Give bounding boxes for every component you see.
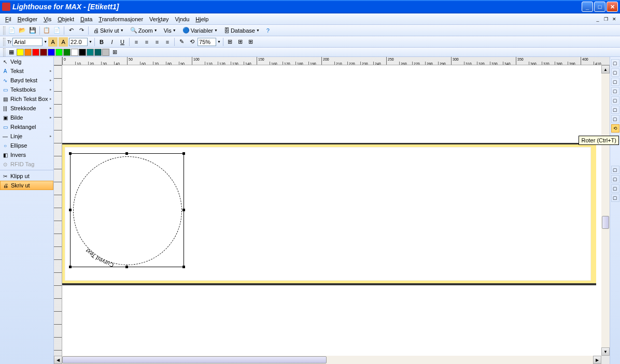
undo-button[interactable]: ↶ — [66, 26, 76, 35]
italic-button[interactable]: I — [107, 37, 117, 47]
scroll-right-button[interactable]: ▶ — [593, 356, 601, 364]
tool-ellipse[interactable]: ○Ellipse — [0, 141, 53, 150]
grid-b-button[interactable]: ⊞ — [236, 37, 245, 47]
tool-print[interactable]: 🖨Skriv ut — [0, 181, 53, 190]
palette-more-button[interactable]: ⊞ — [110, 48, 119, 57]
menu-fil[interactable]: Fil — [2, 15, 15, 23]
paste-button[interactable]: 📄 — [52, 26, 62, 35]
menu-data[interactable]: Data — [77, 15, 95, 23]
scroll-left-button[interactable]: ◀ — [54, 356, 62, 364]
dock-btn-12[interactable]: ▢ — [611, 194, 619, 202]
color-gray[interactable] — [102, 49, 109, 56]
menu-transformasjoner[interactable]: Transformasjoner — [95, 15, 146, 23]
underline-button[interactable]: U — [118, 37, 127, 47]
align-right-button[interactable]: ≡ — [152, 37, 162, 47]
color-white[interactable] — [71, 49, 78, 56]
grip[interactable] — [3, 48, 5, 56]
view-dropdown[interactable]: Vis ▼ — [161, 26, 179, 35]
tool-barcode[interactable]: |||Strekkode▸ — [0, 104, 53, 113]
color-dteal[interactable] — [94, 49, 102, 56]
dock-btn-10[interactable]: ▢ — [611, 175, 619, 183]
maximize-button[interactable]: □ — [594, 2, 605, 12]
font-dec-button[interactable]: A — [48, 37, 58, 47]
ruler-horizontal[interactable]: 0102030405060708090100110120130140150160… — [62, 57, 610, 65]
copy-button[interactable]: 📋 — [42, 26, 51, 35]
menu-hjelp[interactable]: Hjelp — [192, 15, 212, 23]
scroll-thumb-v[interactable] — [602, 216, 609, 229]
mdi-restore[interactable]: ❐ — [602, 16, 610, 23]
color-orange[interactable] — [24, 49, 32, 56]
tool-rectangle[interactable]: ▭Rektangel — [0, 122, 53, 132]
bold-button[interactable]: B — [97, 37, 106, 47]
dropdown-icon[interactable]: ▼ — [89, 40, 92, 43]
tool-select[interactable]: ↖Velg — [0, 57, 53, 66]
tool-b-button[interactable]: ⟲ — [187, 37, 196, 47]
ruler-vertical[interactable] — [54, 65, 62, 356]
color-blue[interactable] — [48, 49, 55, 56]
menu-vindu[interactable]: Vindu — [172, 15, 192, 23]
size-input[interactable] — [69, 38, 88, 46]
grid-c-button[interactable]: ⊞ — [246, 37, 256, 47]
mdi-close[interactable]: ✕ — [611, 16, 618, 23]
scroll-track-h[interactable] — [62, 356, 593, 364]
font-select[interactable] — [12, 38, 43, 46]
selection-box[interactable]: Curved Text — [70, 153, 184, 267]
scroll-up-button[interactable]: ▲ — [601, 65, 610, 74]
dock-btn-1[interactable]: ▢ — [611, 59, 619, 67]
close-button[interactable]: ✕ — [607, 2, 618, 12]
open-button[interactable]: 📂 — [18, 26, 27, 35]
menu-verktoy[interactable]: Verktøy — [146, 15, 172, 23]
color-green[interactable] — [55, 49, 63, 56]
color-darkred[interactable] — [40, 49, 47, 56]
color-teal[interactable] — [87, 49, 94, 56]
minimize-button[interactable]: _ — [582, 2, 593, 12]
save-button[interactable]: 💾 — [28, 26, 37, 35]
zoom-pct-input[interactable] — [198, 38, 216, 46]
font-inc-button[interactable]: A — [59, 37, 68, 47]
tool-cut[interactable]: ✂Klipp ut — [0, 171, 53, 181]
menu-objekt[interactable]: Objekt — [54, 15, 77, 23]
dock-btn-5[interactable]: ▢ — [611, 96, 619, 105]
tool-line[interactable]: —Linje▸ — [0, 132, 53, 141]
color-black[interactable] — [79, 49, 86, 56]
grip[interactable] — [3, 26, 5, 35]
menu-vis[interactable]: Vis — [40, 15, 54, 23]
menu-rediger[interactable]: Rediger — [15, 15, 41, 23]
dock-btn-4[interactable]: ▢ — [611, 87, 619, 95]
mdi-minimize[interactable]: _ — [594, 16, 601, 23]
tool-text[interactable]: ATekst▸ — [0, 66, 53, 76]
align-justify-button[interactable]: ≡ — [163, 37, 172, 47]
align-center-button[interactable]: ≡ — [142, 37, 151, 47]
grid-a-button[interactable]: ⊞ — [226, 37, 235, 47]
tool-richtext[interactable]: ▤Rich Tekst Box▸ — [0, 94, 53, 104]
tool-textbox[interactable]: ▭Tekstboks▸ — [0, 85, 53, 94]
tool-curved-text[interactable]: ∿Bøyd tekst▸ — [0, 76, 53, 85]
dropdown-icon[interactable]: ▼ — [217, 40, 221, 43]
dock-btn-9[interactable]: ▢ — [611, 166, 619, 174]
scroll-down-button[interactable]: ▼ — [601, 347, 610, 356]
scrollbar-vertical[interactable]: ▲ ▼ — [601, 65, 610, 356]
dropdown-icon[interactable]: ▼ — [44, 40, 47, 43]
new-button[interactable]: 📄 — [7, 26, 17, 35]
dock-btn-11[interactable]: ▢ — [611, 184, 619, 193]
zoom-dropdown[interactable]: 🔍 Zoom ▼ — [128, 26, 160, 35]
scroll-track-v[interactable] — [601, 74, 610, 347]
palette-button[interactable]: ▦ — [7, 48, 16, 57]
database-dropdown[interactable]: 🗄 Database ▼ — [221, 26, 262, 35]
print-dropdown[interactable]: 🖨 Skriv ut ▼ — [91, 26, 126, 35]
variables-dropdown[interactable]: 🔵 Variabler ▼ — [180, 26, 220, 35]
dock-btn-3[interactable]: ▢ — [611, 78, 619, 86]
tool-inverse[interactable]: ◧Invers — [0, 150, 53, 159]
canvas-viewport[interactable]: Curved Text — [62, 65, 601, 356]
color-darkgreen[interactable] — [63, 49, 71, 56]
tool-image[interactable]: ▣Bilde▸ — [0, 113, 53, 122]
align-left-button[interactable]: ≡ — [132, 37, 141, 47]
dock-btn-6[interactable]: ▢ — [611, 106, 619, 114]
grip[interactable] — [3, 38, 5, 46]
redo-button[interactable]: ↷ — [77, 26, 86, 35]
color-yellow[interactable] — [17, 49, 24, 56]
scroll-thumb-h[interactable] — [62, 356, 327, 363]
color-red[interactable] — [32, 49, 39, 56]
dock-btn-rotate[interactable]: ⟲ — [611, 124, 619, 133]
dock-btn-2[interactable]: ▢ — [611, 68, 619, 77]
